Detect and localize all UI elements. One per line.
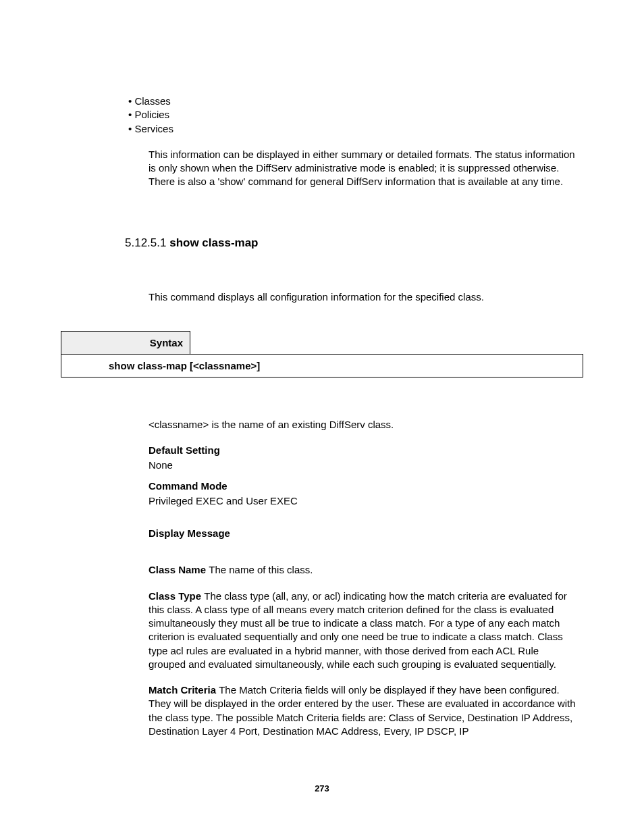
display-message-label: Display Message: [149, 527, 576, 540]
bullet-list: • Classes • Policies • Services: [128, 95, 583, 136]
command-mode-label: Command Mode: [149, 479, 576, 493]
match-criteria-field: Match Criteria The Match Criteria fields…: [149, 683, 576, 738]
section-number: 5.12.5.1: [125, 236, 169, 249]
bullet-item: • Policies: [128, 108, 583, 122]
default-setting-value: None: [149, 459, 576, 472]
class-type-field: Class Type The class type (all, any, or …: [149, 590, 576, 672]
command-mode-value: Privileged EXEC and User EXEC: [149, 494, 576, 508]
section-heading: 5.12.5.1 show class-map: [125, 236, 583, 250]
class-name-label: Class Name: [149, 564, 209, 575]
class-type-text: The class type (all, any, or acl) indica…: [149, 590, 567, 670]
bullet-item: • Services: [128, 122, 583, 136]
class-name-field: Class Name The name of this class.: [149, 563, 576, 577]
syntax-label-cell: Syntax: [61, 331, 190, 354]
class-type-label: Class Type: [149, 590, 204, 602]
match-criteria-label: Match Criteria: [149, 684, 219, 696]
classname-note: <classname> is the name of an existing D…: [149, 418, 576, 432]
intro-paragraph: This information can be displayed in eit…: [149, 148, 576, 189]
syntax-command-cell: show class-map [<classname>]: [61, 354, 583, 377]
default-setting-label: Default Setting: [149, 444, 576, 457]
page-number: 273: [0, 783, 644, 793]
syntax-spacer: [190, 331, 583, 354]
section-title: show class-map: [169, 236, 258, 249]
bullet-item: • Classes: [128, 95, 583, 108]
syntax-table: Syntax show class-map [<classname>]: [61, 331, 583, 377]
document-page: • Classes • Policies • Services This inf…: [0, 0, 644, 834]
section-intro: This command displays all configuration …: [149, 290, 576, 304]
class-name-text: The name of this class.: [209, 564, 313, 575]
